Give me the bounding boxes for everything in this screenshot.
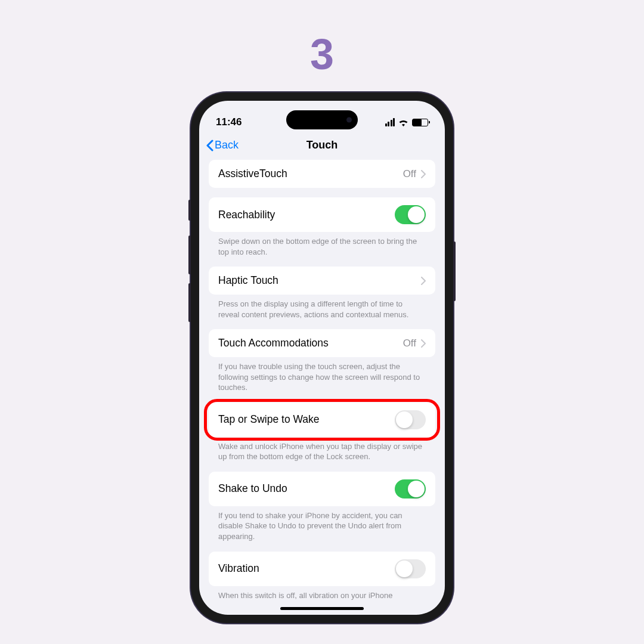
reachability-footer: Swipe down on the bottom edge of the scr… (209, 232, 435, 257)
back-label: Back (215, 139, 239, 151)
shake-undo-row[interactable]: Shake to Undo (209, 472, 435, 506)
assistive-touch-value: Off (403, 168, 416, 180)
chevron-left-icon (206, 140, 213, 151)
touch-accommodations-value: Off (403, 338, 416, 349)
back-button[interactable]: Back (206, 139, 239, 151)
nav-bar: Back Touch (199, 133, 445, 160)
step-number: 3 (310, 30, 334, 79)
status-icons (385, 118, 429, 126)
tap-swipe-wake-toggle[interactable] (395, 410, 426, 429)
touch-accommodations-row[interactable]: Touch Accommodations Off (209, 329, 435, 357)
chevron-right-icon (421, 170, 426, 178)
phone-silent-switch (188, 200, 191, 221)
assistive-touch-label: AssistiveTouch (218, 168, 287, 180)
shake-undo-toggle[interactable] (395, 479, 426, 499)
phone-frame: 11:46 Back Touch AssistiveTouch Off (191, 92, 453, 623)
tap-swipe-wake-row[interactable]: Tap or Swipe to Wake (209, 402, 435, 437)
touch-accommodations-footer: If you have trouble using the touch scre… (209, 357, 435, 393)
settings-content: AssistiveTouch Off Reachability Swipe do… (199, 160, 445, 614)
battery-icon (412, 119, 428, 126)
status-time: 11:46 (216, 116, 242, 128)
vibration-label: Vibration (218, 562, 259, 575)
haptic-touch-label: Haptic Touch (218, 274, 278, 287)
chevron-right-icon (421, 277, 426, 285)
cellular-signal-icon (385, 118, 395, 126)
assistive-touch-row[interactable]: AssistiveTouch Off (209, 160, 435, 188)
reachability-label: Reachability (218, 209, 275, 221)
haptic-touch-row[interactable]: Haptic Touch (209, 267, 435, 295)
dynamic-island (286, 110, 358, 129)
phone-volume-up (188, 236, 191, 274)
shake-undo-footer: If you tend to shake your iPhone by acci… (209, 506, 435, 542)
vibration-footer: When this switch is off, all vibration o… (209, 586, 435, 601)
phone-volume-down (188, 283, 191, 322)
wifi-icon (398, 119, 408, 126)
phone-power-button (453, 242, 456, 301)
home-indicator[interactable] (280, 607, 364, 610)
tap-swipe-wake-footer: Wake and unlock iPhone when you tap the … (209, 437, 435, 462)
vibration-row[interactable]: Vibration (209, 552, 435, 586)
reachability-row[interactable]: Reachability (209, 197, 435, 232)
shake-undo-label: Shake to Undo (218, 482, 287, 495)
chevron-right-icon (421, 339, 426, 348)
nav-title: Touch (306, 139, 338, 151)
phone-screen: 11:46 Back Touch AssistiveTouch Off (199, 101, 445, 615)
haptic-touch-footer: Press on the display using a different l… (209, 295, 435, 320)
reachability-toggle[interactable] (395, 205, 426, 224)
tap-swipe-wake-label: Tap or Swipe to Wake (218, 413, 320, 426)
touch-accommodations-label: Touch Accommodations (218, 337, 329, 349)
vibration-toggle[interactable] (395, 559, 426, 578)
